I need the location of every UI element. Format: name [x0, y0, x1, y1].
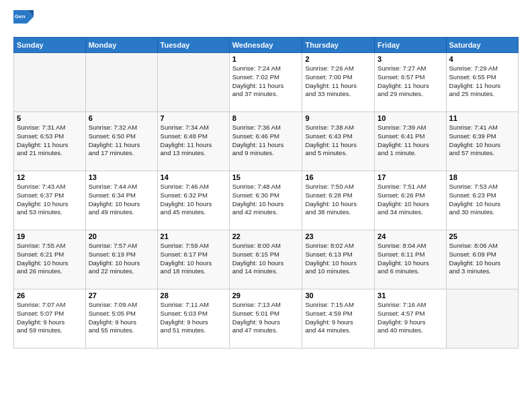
day-number: 5	[17, 114, 83, 122]
calendar-cell: 12Sunrise: 7:43 AM Sunset: 6:37 PM Dayli…	[14, 171, 86, 230]
calendar-table: SundayMondayTuesdayWednesdayThursdayFrid…	[13, 37, 519, 349]
day-number: 1	[232, 55, 300, 63]
day-info: Sunrise: 8:02 AM Sunset: 6:13 PM Dayligh…	[305, 242, 371, 276]
calendar-cell: 29Sunrise: 7:13 AM Sunset: 5:01 PM Dayli…	[229, 289, 302, 349]
day-info: Sunrise: 7:38 AM Sunset: 6:43 PM Dayligh…	[305, 124, 371, 158]
day-info: Sunrise: 7:32 AM Sunset: 6:50 PM Dayligh…	[89, 124, 154, 158]
day-info: Sunrise: 7:44 AM Sunset: 6:34 PM Dayligh…	[89, 183, 154, 217]
day-info: Sunrise: 7:53 AM Sunset: 6:23 PM Dayligh…	[449, 183, 515, 217]
day-info: Sunrise: 7:24 AM Sunset: 7:02 PM Dayligh…	[232, 64, 300, 99]
calendar-cell: 23Sunrise: 8:02 AM Sunset: 6:13 PM Dayli…	[302, 230, 375, 289]
calendar-cell: 8Sunrise: 7:36 AM Sunset: 6:46 PM Daylig…	[229, 112, 302, 171]
day-info: Sunrise: 7:31 AM Sunset: 6:53 PM Dayligh…	[17, 124, 83, 158]
day-info: Sunrise: 8:06 AM Sunset: 6:09 PM Dayligh…	[449, 242, 515, 276]
col-header-thursday: Thursday	[302, 38, 375, 53]
day-number: 2	[305, 55, 371, 63]
day-info: Sunrise: 7:51 AM Sunset: 6:26 PM Dayligh…	[378, 183, 443, 217]
day-number: 22	[232, 232, 300, 240]
day-number: 7	[161, 114, 226, 122]
calendar-week-row: 5Sunrise: 7:31 AM Sunset: 6:53 PM Daylig…	[14, 112, 519, 171]
day-info: Sunrise: 7:55 AM Sunset: 6:21 PM Dayligh…	[17, 242, 83, 276]
col-header-monday: Monday	[85, 38, 157, 53]
day-info: Sunrise: 8:04 AM Sunset: 6:11 PM Dayligh…	[378, 242, 443, 276]
calendar-week-row: 12Sunrise: 7:43 AM Sunset: 6:37 PM Dayli…	[14, 171, 519, 230]
day-info: Sunrise: 7:50 AM Sunset: 6:28 PM Dayligh…	[305, 183, 371, 217]
day-info: Sunrise: 7:57 AM Sunset: 6:19 PM Dayligh…	[89, 242, 154, 276]
calendar-cell: 25Sunrise: 8:06 AM Sunset: 6:09 PM Dayli…	[446, 230, 518, 289]
calendar-cell: 17Sunrise: 7:51 AM Sunset: 6:26 PM Dayli…	[375, 171, 446, 230]
day-number: 16	[305, 173, 371, 181]
calendar-cell: 18Sunrise: 7:53 AM Sunset: 6:23 PM Dayli…	[446, 171, 518, 230]
calendar-cell: 27Sunrise: 7:09 AM Sunset: 5:05 PM Dayli…	[85, 289, 157, 349]
day-info: Sunrise: 7:36 AM Sunset: 6:46 PM Dayligh…	[232, 124, 300, 158]
day-info: Sunrise: 7:13 AM Sunset: 5:01 PM Dayligh…	[232, 301, 300, 335]
col-header-friday: Friday	[375, 38, 446, 53]
day-info: Sunrise: 7:16 AM Sunset: 4:57 PM Dayligh…	[378, 301, 443, 335]
day-number: 18	[449, 173, 515, 181]
day-number: 8	[232, 114, 300, 122]
day-number: 20	[89, 232, 154, 240]
calendar-cell: 21Sunrise: 7:59 AM Sunset: 6:17 PM Dayli…	[157, 230, 229, 289]
calendar-cell: 1Sunrise: 7:24 AM Sunset: 7:02 PM Daylig…	[229, 53, 302, 112]
day-number: 23	[305, 232, 371, 240]
day-info: Sunrise: 7:11 AM Sunset: 5:03 PM Dayligh…	[161, 301, 226, 335]
day-number: 30	[305, 291, 371, 300]
day-number: 14	[161, 173, 226, 181]
calendar-cell: 26Sunrise: 7:07 AM Sunset: 5:07 PM Dayli…	[14, 289, 86, 349]
col-header-sunday: Sunday	[14, 38, 86, 53]
calendar-cell: 30Sunrise: 7:15 AM Sunset: 4:59 PM Dayli…	[302, 289, 375, 349]
calendar-cell: 6Sunrise: 7:32 AM Sunset: 6:50 PM Daylig…	[85, 112, 157, 171]
logo: Gen	[13, 10, 36, 30]
calendar-cell: 15Sunrise: 7:48 AM Sunset: 6:30 PM Dayli…	[229, 171, 302, 230]
calendar-cell: 31Sunrise: 7:16 AM Sunset: 4:57 PM Dayli…	[375, 289, 446, 349]
day-info: Sunrise: 8:00 AM Sunset: 6:15 PM Dayligh…	[232, 242, 300, 276]
calendar-cell	[85, 53, 157, 112]
calendar-cell: 19Sunrise: 7:55 AM Sunset: 6:21 PM Dayli…	[14, 230, 86, 289]
col-header-saturday: Saturday	[446, 38, 518, 53]
calendar-cell: 24Sunrise: 8:04 AM Sunset: 6:11 PM Dayli…	[375, 230, 446, 289]
day-info: Sunrise: 7:07 AM Sunset: 5:07 PM Dayligh…	[17, 301, 83, 335]
day-info: Sunrise: 7:59 AM Sunset: 6:17 PM Dayligh…	[161, 242, 226, 276]
day-number: 28	[161, 291, 226, 300]
day-number: 29	[232, 291, 300, 300]
day-number: 15	[232, 173, 300, 181]
day-info: Sunrise: 7:34 AM Sunset: 6:48 PM Dayligh…	[161, 124, 226, 158]
day-info: Sunrise: 7:39 AM Sunset: 6:41 PM Dayligh…	[378, 124, 443, 158]
calendar-cell: 28Sunrise: 7:11 AM Sunset: 5:03 PM Dayli…	[157, 289, 229, 349]
day-info: Sunrise: 7:46 AM Sunset: 6:32 PM Dayligh…	[161, 183, 226, 217]
calendar-cell: 2Sunrise: 7:26 AM Sunset: 7:00 PM Daylig…	[302, 53, 375, 112]
day-number: 26	[17, 291, 83, 300]
page-header: Gen	[13, 10, 519, 30]
day-info: Sunrise: 7:29 AM Sunset: 6:55 PM Dayligh…	[449, 64, 515, 99]
day-info: Sunrise: 7:26 AM Sunset: 7:00 PM Dayligh…	[305, 64, 371, 99]
day-info: Sunrise: 7:09 AM Sunset: 5:05 PM Dayligh…	[89, 301, 154, 335]
calendar-cell: 16Sunrise: 7:50 AM Sunset: 6:28 PM Dayli…	[302, 171, 375, 230]
day-number: 25	[449, 232, 515, 240]
day-number: 17	[378, 173, 443, 181]
day-number: 27	[89, 291, 154, 300]
day-number: 21	[161, 232, 226, 240]
calendar-cell: 4Sunrise: 7:29 AM Sunset: 6:55 PM Daylig…	[446, 53, 518, 112]
day-number: 12	[17, 173, 83, 181]
calendar-cell: 5Sunrise: 7:31 AM Sunset: 6:53 PM Daylig…	[14, 112, 86, 171]
calendar-cell	[157, 53, 229, 112]
day-number: 24	[378, 232, 443, 240]
calendar-cell	[446, 289, 518, 349]
day-info: Sunrise: 7:15 AM Sunset: 4:59 PM Dayligh…	[305, 301, 371, 335]
col-header-tuesday: Tuesday	[157, 38, 229, 53]
day-number: 9	[305, 114, 371, 122]
day-number: 31	[378, 291, 443, 300]
day-info: Sunrise: 7:43 AM Sunset: 6:37 PM Dayligh…	[17, 183, 83, 217]
calendar-cell: 22Sunrise: 8:00 AM Sunset: 6:15 PM Dayli…	[229, 230, 302, 289]
calendar-cell: 10Sunrise: 7:39 AM Sunset: 6:41 PM Dayli…	[375, 112, 446, 171]
calendar-cell: 14Sunrise: 7:46 AM Sunset: 6:32 PM Dayli…	[157, 171, 229, 230]
day-number: 11	[449, 114, 515, 122]
day-info: Sunrise: 7:27 AM Sunset: 6:57 PM Dayligh…	[378, 64, 443, 99]
day-number: 6	[89, 114, 154, 122]
day-info: Sunrise: 7:41 AM Sunset: 6:39 PM Dayligh…	[449, 124, 515, 158]
day-number: 13	[89, 173, 154, 181]
calendar-week-row: 1Sunrise: 7:24 AM Sunset: 7:02 PM Daylig…	[14, 53, 519, 112]
calendar-cell: 13Sunrise: 7:44 AM Sunset: 6:34 PM Dayli…	[85, 171, 157, 230]
calendar-cell	[14, 53, 86, 112]
calendar-header-row: SundayMondayTuesdayWednesdayThursdayFrid…	[14, 38, 519, 53]
